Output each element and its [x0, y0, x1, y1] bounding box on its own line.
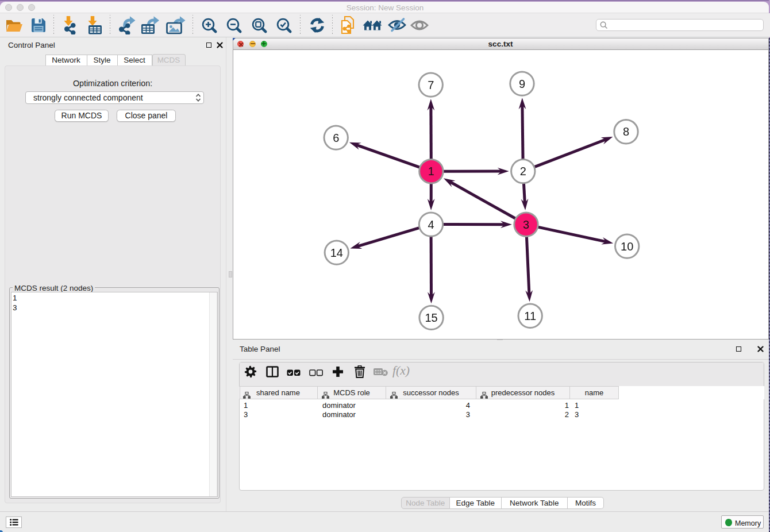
svg-text:3: 3	[523, 218, 529, 230]
svg-text:6: 6	[333, 131, 339, 144]
svg-text:10: 10	[621, 240, 633, 252]
svg-text:14: 14	[330, 246, 343, 259]
svg-text:4: 4	[428, 218, 434, 230]
svg-text:11: 11	[524, 309, 536, 322]
svg-text:2: 2	[520, 165, 526, 178]
svg-text:7: 7	[428, 78, 434, 91]
svg-text:15: 15	[425, 311, 437, 323]
svg-text:9: 9	[519, 77, 525, 90]
svg-text:8: 8	[623, 125, 629, 138]
svg-text:1: 1	[428, 165, 434, 178]
